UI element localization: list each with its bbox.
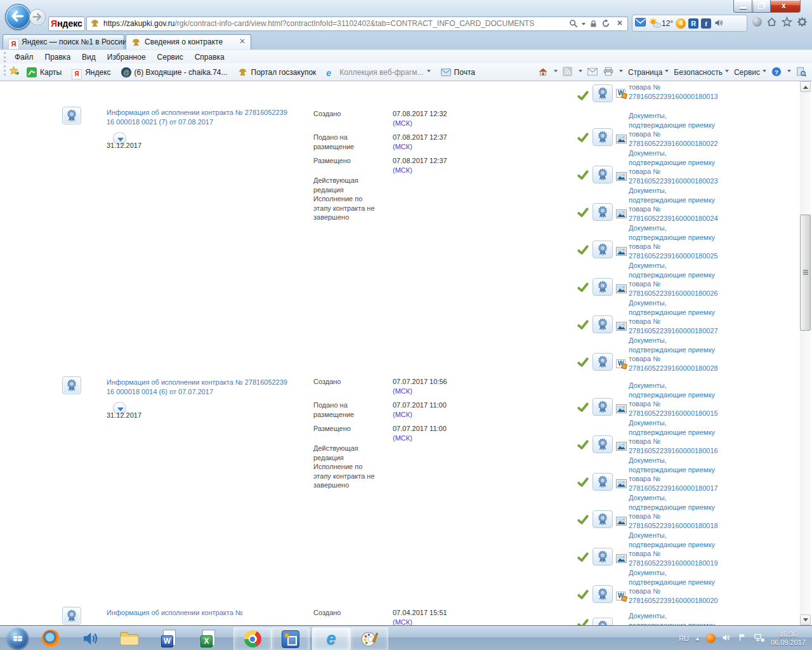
gear-icon[interactable] xyxy=(797,17,808,27)
document-link[interactable]: Документы, подтверждающие приемку xyxy=(629,611,724,625)
clock[interactable]: 16:36 06.09.2017 xyxy=(771,630,806,647)
menu-item-4[interactable]: Избранное xyxy=(102,50,152,64)
contract-info-link[interactable]: Информация об исполнении контракта № 278… xyxy=(107,378,297,397)
contract-seal-button[interactable] xyxy=(62,607,81,625)
scroll-up-button[interactable] xyxy=(800,81,811,92)
favorites-star-icon[interactable] xyxy=(782,17,792,27)
document-link[interactable]: товара № 27816052239160000180013 xyxy=(629,83,724,101)
r-service-icon[interactable]: R xyxy=(688,18,698,29)
action-center-icon[interactable] xyxy=(738,633,749,644)
timezone-link[interactable]: (МСК) xyxy=(393,166,475,175)
home-icon[interactable] xyxy=(538,67,549,77)
taskbar-volume-icon[interactable] xyxy=(72,627,108,649)
document-link[interactable]: Документы, подтверждающие приемку товара… xyxy=(629,261,724,298)
weather-icon[interactable] xyxy=(648,18,659,29)
document-seal-button[interactable] xyxy=(593,241,613,258)
pin-favorite-icon[interactable] xyxy=(9,65,20,79)
document-seal-button[interactable] xyxy=(593,166,613,183)
timezone-link[interactable]: (МСК) xyxy=(393,387,475,396)
document-seal-button[interactable] xyxy=(593,585,613,603)
print-icon[interactable] xyxy=(603,67,614,77)
document-seal-button[interactable] xyxy=(593,278,613,296)
network-icon[interactable] xyxy=(754,633,765,644)
document-link[interactable]: Документы, подтверждающие приемку товара… xyxy=(629,186,724,223)
document-link[interactable]: Документы, подтверждающие приемку товара… xyxy=(629,456,724,493)
contract-seal-button[interactable] xyxy=(62,107,81,124)
document-link[interactable]: Документы, подтверждающие приемку товара… xyxy=(629,149,724,185)
taskbar-paint-icon[interactable] xyxy=(350,627,388,650)
address-bar[interactable]: https://zakupki.gov.ru/rgk/contract-info… xyxy=(86,17,628,31)
timezone-link[interactable]: (МСК) xyxy=(393,434,475,443)
toolbar-grip[interactable] xyxy=(4,65,6,76)
page-menu[interactable]: Страница xyxy=(628,68,669,77)
document-seal-button[interactable] xyxy=(593,203,613,221)
taskbar-word-icon[interactable]: W xyxy=(151,627,187,649)
contract-seal-button[interactable] xyxy=(62,376,81,394)
yandex-logo[interactable]: Яндекс xyxy=(48,17,85,31)
mail-icon[interactable] xyxy=(635,18,646,29)
taskbar-vmware-icon[interactable] xyxy=(272,627,310,650)
forward-button[interactable] xyxy=(29,9,46,25)
avast-tray-icon[interactable] xyxy=(706,633,716,643)
document-link[interactable]: Документы, подтверждающие приемку товара… xyxy=(629,493,724,530)
timezone-link[interactable]: (МСК) xyxy=(393,410,475,420)
document-seal-button[interactable] xyxy=(593,315,613,333)
tab-2[interactable]: Сведения о контракте ✕ xyxy=(126,34,251,50)
read-mail-icon[interactable] xyxy=(587,67,598,77)
facebook-icon[interactable]: f xyxy=(701,18,711,29)
window-restore-button[interactable] xyxy=(752,0,772,13)
speaker-icon[interactable] xyxy=(714,18,724,29)
avast-icon[interactable] xyxy=(752,17,762,27)
document-link[interactable]: Документы, подтверждающие приемку товара… xyxy=(629,531,724,567)
document-seal-button[interactable] xyxy=(593,510,613,528)
favorites-item-5[interactable]: e Коллекция веб-фрагм... xyxy=(323,66,433,79)
web-notes-icon[interactable] xyxy=(796,67,807,77)
volume-tray-icon[interactable] xyxy=(721,633,732,644)
security-menu[interactable]: Безопасность xyxy=(674,68,729,77)
document-link[interactable]: Документы, подтверждающие приемку товара… xyxy=(629,336,724,373)
document-link[interactable]: Документы, подтверждающие приемку товара… xyxy=(629,381,724,418)
vertical-scrollbar[interactable] xyxy=(800,81,811,625)
taskbar-explorer-icon[interactable] xyxy=(112,627,147,649)
document-seal-button[interactable] xyxy=(593,128,613,146)
document-link[interactable]: Документы, подтверждающие приемку товара… xyxy=(629,298,724,335)
menu-item-3[interactable]: Вид xyxy=(76,50,102,64)
document-link[interactable]: Документы, подтверждающие приемку товара… xyxy=(629,568,724,605)
menu-item-5[interactable]: Сервис xyxy=(152,50,189,64)
tab-close-icon[interactable]: ✕ xyxy=(239,37,246,46)
notification-badge[interactable]: 4 xyxy=(676,18,686,29)
timezone-link[interactable]: (МСК) xyxy=(393,142,475,152)
document-seal-button[interactable] xyxy=(593,548,613,566)
taskbar-firefox-icon[interactable] xyxy=(33,627,69,649)
document-seal-button[interactable] xyxy=(593,435,613,453)
language-indicator[interactable]: RU xyxy=(679,635,689,642)
document-seal-button[interactable] xyxy=(593,618,613,625)
taskbar-start-button[interactable] xyxy=(4,627,32,649)
menu-item-2[interactable]: Правка xyxy=(39,50,77,64)
document-seal-button[interactable] xyxy=(593,84,613,102)
scrollbar-thumb[interactable] xyxy=(800,215,811,331)
document-seal-button[interactable] xyxy=(593,398,613,416)
favorites-item-6[interactable]: Почта xyxy=(438,66,478,79)
contract-info-link[interactable]: Информация об исполнении контракта № xyxy=(107,608,297,618)
document-link[interactable]: Документы, подтверждающие приемку товара… xyxy=(629,418,724,455)
menu-item-6[interactable]: Справка xyxy=(189,50,230,64)
stop-icon[interactable]: × xyxy=(617,18,622,28)
favorites-item-3[interactable]: @ (6) Входящие - chaika.74... xyxy=(118,66,231,79)
document-link[interactable]: Документы, подтверждающие приемку товара… xyxy=(629,223,724,260)
document-link[interactable]: Документы, подтверждающие приемку товара… xyxy=(629,111,724,148)
timezone-link[interactable]: (МСК) xyxy=(393,119,475,128)
tab-1[interactable]: Я Яндекс — поиск №1 в России xyxy=(3,34,124,49)
toolbar-grip[interactable] xyxy=(4,52,6,62)
favorites-item-4[interactable]: Портал госзакупок xyxy=(235,66,320,79)
taskbar-excel-icon[interactable]: X xyxy=(190,627,226,649)
refresh-icon[interactable] xyxy=(601,19,610,30)
window-minimize-button[interactable] xyxy=(733,0,754,13)
taskbar-ie-icon[interactable]: e xyxy=(312,627,350,650)
timezone-link[interactable]: (МСК) xyxy=(393,618,475,625)
favorites-item-2[interactable]: Я Яндекс xyxy=(69,66,114,79)
search-dropdown-icon[interactable] xyxy=(582,23,586,27)
favorites-item-1[interactable]: Карты xyxy=(23,66,65,79)
taskbar-chrome-icon[interactable] xyxy=(233,627,272,650)
document-seal-button[interactable] xyxy=(593,473,613,491)
